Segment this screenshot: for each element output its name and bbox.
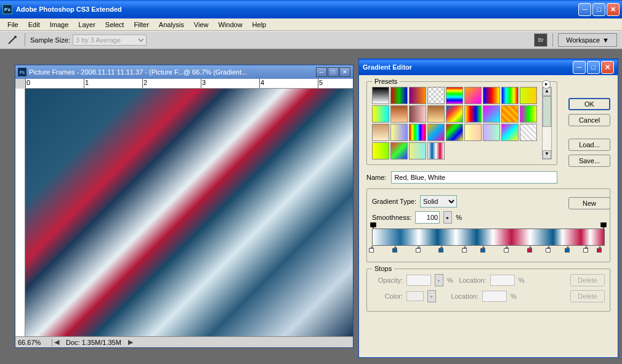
load-button[interactable]: Load...: [568, 139, 610, 151]
preset-swatch[interactable]: [427, 124, 445, 141]
color-stop[interactable]: [392, 246, 398, 253]
color-stop[interactable]: [527, 246, 533, 253]
color-stop[interactable]: [480, 246, 487, 253]
preset-swatch[interactable]: [520, 87, 537, 104]
preset-swatch[interactable]: [464, 87, 482, 104]
color-stop[interactable]: [546, 246, 552, 253]
app-title: Adobe Photoshop CS3 Extended: [16, 6, 578, 13]
preset-swatch[interactable]: [409, 142, 426, 160]
preset-swatch[interactable]: [427, 142, 445, 160]
type-select[interactable]: Solid: [420, 195, 457, 208]
scroll-down-button[interactable]: ▼: [543, 150, 551, 159]
preset-swatch[interactable]: [464, 124, 482, 141]
preset-swatch[interactable]: [501, 105, 519, 123]
preset-swatch[interactable]: [427, 87, 445, 104]
svg-line-0: [9, 38, 15, 44]
presets-options-button[interactable]: ▸: [542, 80, 551, 89]
minimize-button[interactable]: ─: [578, 3, 591, 16]
preset-swatch[interactable]: [446, 87, 463, 104]
preset-swatch[interactable]: [390, 142, 408, 160]
preset-swatch[interactable]: [390, 87, 408, 104]
opacity-unit: %: [447, 277, 453, 284]
smoothness-input[interactable]: [415, 211, 440, 224]
app-titlebar: Ps Adobe Photoshop CS3 Extended ─ □ ✕: [0, 0, 622, 18]
zoom-field[interactable]: 66.67%: [15, 339, 52, 346]
ok-button[interactable]: OK: [568, 98, 610, 110]
preset-swatch[interactable]: [427, 105, 445, 123]
preset-swatch[interactable]: [372, 87, 389, 104]
doc-minimize-button[interactable]: ─: [316, 67, 327, 77]
dlg-close-button[interactable]: ✕: [601, 61, 614, 74]
doc-close-button[interactable]: ✕: [339, 67, 350, 77]
doc-maximize-button[interactable]: □: [328, 67, 339, 77]
ruler-tick: 5: [318, 79, 323, 89]
vertical-ruler: [15, 89, 25, 336]
preset-swatch[interactable]: [390, 105, 408, 123]
document-window: Ps Picture Frames - 2008.11.11 11.11.37 …: [15, 65, 353, 348]
preset-swatch[interactable]: [464, 105, 482, 123]
color-stop[interactable]: [565, 246, 571, 253]
menu-edit[interactable]: Edit: [23, 20, 45, 30]
cancel-button[interactable]: Cancel: [568, 114, 610, 126]
color-stop[interactable]: [504, 246, 510, 253]
workspace-button[interactable]: Workspace▼: [558, 33, 617, 47]
color-stop[interactable]: [438, 246, 445, 253]
smoothness-flyout-button[interactable]: ▸: [443, 211, 452, 224]
eyedropper-tool-icon[interactable]: [5, 33, 20, 47]
preset-swatch[interactable]: [501, 87, 519, 104]
color-stop[interactable]: [583, 246, 589, 253]
preset-swatch[interactable]: [446, 105, 463, 123]
color-stop[interactable]: [597, 246, 603, 253]
preset-swatch[interactable]: [372, 105, 389, 123]
preset-swatch[interactable]: [501, 124, 519, 141]
preset-swatch[interactable]: [446, 124, 463, 141]
preset-swatch[interactable]: [483, 105, 500, 123]
color-stop[interactable]: [462, 246, 468, 253]
opacity-stop[interactable]: [370, 222, 376, 229]
name-input[interactable]: [391, 171, 557, 184]
dialog-side-buttons: OK Cancel Load... Save...: [568, 98, 610, 167]
opacity-location-label: Location:: [457, 277, 487, 284]
menu-layer[interactable]: Layer: [73, 20, 100, 30]
color-stop[interactable]: [416, 246, 422, 253]
dlg-maximize-button[interactable]: □: [587, 61, 600, 74]
menu-filter[interactable]: Filter: [129, 20, 153, 30]
opacity-location-unit: %: [519, 277, 525, 284]
preset-swatch[interactable]: [409, 87, 426, 104]
maximize-button[interactable]: □: [592, 3, 605, 16]
bridge-icon[interactable]: Br: [534, 33, 547, 47]
color-delete-button: Delete: [570, 290, 605, 302]
menu-image[interactable]: Image: [45, 20, 74, 30]
preset-swatch[interactable]: [409, 105, 426, 123]
dlg-minimize-button[interactable]: ─: [573, 61, 586, 74]
color-stop[interactable]: [369, 246, 375, 253]
preset-swatch[interactable]: [483, 124, 500, 141]
document-info: Doc: 1.35M/1.35M: [61, 339, 126, 346]
status-right-button[interactable]: ▶: [126, 338, 135, 346]
smoothness-unit: %: [456, 214, 462, 221]
preset-swatch[interactable]: [409, 124, 426, 141]
canvas[interactable]: [25, 89, 353, 336]
gradient-bar[interactable]: [372, 229, 605, 246]
menu-analysis[interactable]: Analysis: [154, 20, 189, 30]
opacity-stop[interactable]: [600, 222, 607, 229]
preset-swatch[interactable]: [372, 142, 389, 160]
preset-swatch[interactable]: [483, 87, 500, 104]
status-left-button[interactable]: ◀: [52, 338, 61, 346]
save-button[interactable]: Save...: [568, 155, 610, 167]
presets-scrollbar[interactable]: ▲ ▼: [542, 87, 552, 160]
preset-swatch[interactable]: [390, 124, 408, 141]
close-button[interactable]: ✕: [607, 3, 620, 16]
scroll-thumb[interactable]: [543, 96, 551, 127]
menu-select[interactable]: Select: [100, 20, 129, 30]
scroll-up-button[interactable]: ▲: [543, 87, 551, 96]
menu-help[interactable]: Help: [248, 20, 272, 30]
color-location-label: Location:: [449, 293, 479, 300]
menu-file[interactable]: File: [2, 20, 23, 30]
sample-size-select[interactable]: 3 by 3 Average: [73, 34, 147, 46]
menu-view[interactable]: View: [189, 20, 214, 30]
preset-swatch[interactable]: [520, 105, 537, 123]
menu-window[interactable]: Window: [213, 20, 247, 30]
preset-swatch[interactable]: [372, 124, 389, 141]
preset-swatch[interactable]: [520, 124, 537, 141]
